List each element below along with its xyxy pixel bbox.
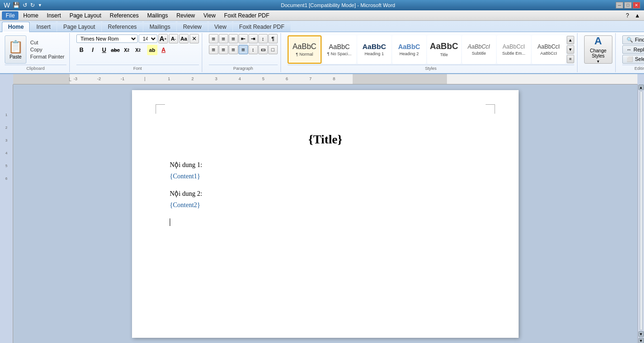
quick-access-dropdown[interactable]: ▼ <box>38 3 42 8</box>
menu-view[interactable]: View <box>200 11 220 20</box>
quick-access-undo[interactable]: ↺ <box>23 2 27 8</box>
document-scroll-area[interactable]: {Title} Nội dung 1: {Content1} Nội dung … <box>13 84 637 343</box>
borders-button[interactable]: □ <box>268 45 278 54</box>
style-subtle[interactable]: AaBbCcI Subtle Em... <box>497 35 531 64</box>
bold-button[interactable]: B <box>76 45 87 55</box>
tab-mailings[interactable]: Mailings <box>143 22 176 32</box>
menu-page-layout[interactable]: Page Layout <box>66 11 105 20</box>
font-name-select[interactable]: Times New Rom <box>76 34 138 43</box>
tab-page-layout[interactable]: Page Layout <box>57 22 101 32</box>
minimize-ribbon-icon[interactable]: ▲ <box>633 11 642 20</box>
scroll-up-button[interactable]: ▲ <box>638 84 644 90</box>
font-color-button[interactable]: A <box>158 45 169 55</box>
menu-review[interactable]: Review <box>173 11 198 20</box>
corner-mark-tr <box>486 104 495 114</box>
scroll-track[interactable] <box>640 91 643 330</box>
style-scroll-expand[interactable]: ≡ <box>567 55 574 63</box>
scroll-next-page[interactable]: ▼ <box>638 338 644 343</box>
text-highlight-button[interactable]: ab <box>147 45 157 55</box>
scroll-down-button[interactable]: ▼ <box>638 331 644 337</box>
svg-text:7: 7 <box>309 76 312 81</box>
style-normal-preview: AaBbC <box>292 42 316 51</box>
find-button[interactable]: 🔍 Find ▼ <box>622 35 644 44</box>
tab-view[interactable]: View <box>208 22 233 32</box>
tab-review[interactable]: Review <box>177 22 207 32</box>
style-heading1-label: Heading 1 <box>364 51 384 56</box>
tab-foxit[interactable]: Foxit Reader PDF <box>233 22 290 32</box>
menu-insert[interactable]: Insert <box>43 11 65 20</box>
style-scroll-down[interactable]: ▼ <box>567 45 574 54</box>
svg-text:2: 2 <box>191 76 194 81</box>
style-scroll-up[interactable]: ▲ <box>567 36 574 44</box>
copy-button[interactable]: Copy <box>28 46 66 53</box>
subscript-button[interactable]: X2 <box>122 45 132 55</box>
svg-text:8: 8 <box>333 76 335 81</box>
menu-file[interactable]: File <box>2 11 18 20</box>
bullets-button[interactable]: ≡ <box>209 34 218 43</box>
svg-text:6: 6 <box>286 76 288 81</box>
numbering-button[interactable]: ≡ <box>219 34 228 43</box>
maximize-button[interactable]: □ <box>624 2 632 8</box>
show-hide-button[interactable]: ¶ <box>268 34 278 43</box>
svg-text:-2: -2 <box>97 76 101 81</box>
shading-button[interactable]: ▭ <box>258 45 268 54</box>
format-painter-button[interactable]: Format Painter <box>28 53 66 60</box>
align-left-button[interactable]: ≡ <box>209 45 218 54</box>
svg-rect-1 <box>13 74 70 84</box>
change-styles-button[interactable]: A Change Styles ▼ <box>584 35 612 64</box>
underline-button[interactable]: U <box>99 45 109 55</box>
decrease-indent-button[interactable]: ⇤ <box>239 34 248 43</box>
style-heading1[interactable]: AaBbC Heading 1 <box>357 35 391 64</box>
style-extra-preview: AaBbCcI <box>537 43 560 50</box>
svg-text:5: 5 <box>262 76 264 81</box>
line-spacing-button[interactable]: ↕ <box>248 45 258 54</box>
style-normal[interactable]: AaBbC ¶ Normal <box>288 35 322 64</box>
align-center-button[interactable]: ≡ <box>219 45 228 54</box>
horizontal-ruler[interactable]: -3 -2 -1 | 1 2 3 4 5 6 7 8 L <box>13 74 637 84</box>
menu-references[interactable]: References <box>106 11 142 20</box>
help-icon[interactable]: ? <box>624 11 631 20</box>
change-case-button[interactable]: Aa <box>179 34 189 43</box>
select-icon: ⬜ <box>627 56 633 62</box>
menu-mailings[interactable]: Mailings <box>143 11 172 20</box>
vertical-scrollbar[interactable]: ▲ ▼ ▼ <box>637 84 644 343</box>
style-extra[interactable]: AaBbCcI AaBbCcI <box>532 35 566 64</box>
style-subtitle-label: Subtitle <box>472 51 486 56</box>
minimize-button[interactable]: ─ <box>616 2 623 8</box>
style-nospacing[interactable]: AaBbC ¶ No Spaci... <box>322 35 356 64</box>
svg-text:-3: -3 <box>74 76 77 81</box>
clear-format-button[interactable]: ✕ <box>190 34 199 43</box>
document-page[interactable]: {Title} Nội dung 1: {Content1} Nội dung … <box>132 90 519 338</box>
sort-button[interactable]: ↕ <box>258 34 268 43</box>
justify-button[interactable]: ≡ <box>239 45 248 54</box>
quick-access-save[interactable]: 💾 <box>13 2 20 8</box>
quick-access-redo[interactable]: ↻ <box>30 2 35 8</box>
close-button[interactable]: ✕ <box>633 2 640 8</box>
style-heading2[interactable]: AaBbC Heading 2 <box>392 35 426 64</box>
superscript-button[interactable]: X2 <box>133 45 143 55</box>
cut-button[interactable]: Cut <box>28 39 66 46</box>
italic-button[interactable]: I <box>88 45 98 55</box>
paste-button[interactable]: 📋 Paste <box>5 35 26 64</box>
select-button[interactable]: ⬜ Select ▼ <box>622 55 644 64</box>
tab-home[interactable]: Home <box>2 22 30 33</box>
font-shrink-button[interactable]: A- <box>169 34 178 43</box>
tab-insert[interactable]: Insert <box>30 22 57 32</box>
document-title: {Title} <box>170 133 481 147</box>
style-subtitle[interactable]: AaBbCcI Subtitle <box>462 35 496 64</box>
font-grow-button[interactable]: A+ <box>158 34 168 43</box>
replace-button[interactable]: ↔ Replace <box>622 45 644 54</box>
font-size-select[interactable]: 14 <box>139 34 157 43</box>
increase-indent-button[interactable]: ⇥ <box>248 34 258 43</box>
menu-bar: File Home Insert Page Layout References … <box>0 10 644 21</box>
tab-references[interactable]: References <box>102 22 143 32</box>
menu-foxit[interactable]: Foxit Reader PDF <box>220 11 273 20</box>
multilevel-button[interactable]: ≡ <box>229 34 238 43</box>
menu-home[interactable]: Home <box>19 11 42 20</box>
ribbon: Home Insert Page Layout References Maili… <box>0 21 644 74</box>
strikethrough-button[interactable]: abc <box>110 45 121 55</box>
align-right-button[interactable]: ≡ <box>229 45 238 54</box>
ruler-side-left <box>0 74 13 84</box>
style-title[interactable]: AaBbC Title <box>427 35 461 64</box>
font-label: Font <box>76 65 199 71</box>
